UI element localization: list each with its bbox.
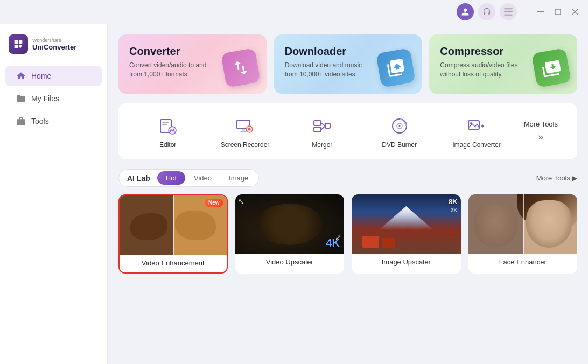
tool-editor[interactable]: Editor bbox=[129, 112, 206, 151]
new-badge: New bbox=[205, 199, 223, 207]
sidebar-item-tools[interactable]: Tools bbox=[5, 111, 102, 131]
menu-icon[interactable] bbox=[500, 3, 517, 20]
ai-lab-label: AI Lab bbox=[121, 172, 157, 185]
svg-rect-3 bbox=[537, 11, 544, 12]
sidebar-item-myfiles[interactable]: My Files bbox=[5, 88, 102, 109]
more-tools-link[interactable]: More Tools ▶ bbox=[536, 174, 577, 182]
tool-screen-recorder-label: Screen Recorder bbox=[221, 141, 270, 149]
svg-rect-15 bbox=[242, 129, 245, 131]
screen-recorder-icon bbox=[233, 114, 257, 138]
tool-editor-label: Editor bbox=[159, 141, 176, 149]
sidebar: Wondershare UniConverter Home My Files T… bbox=[0, 24, 108, 364]
svg-rect-23 bbox=[325, 123, 330, 128]
4k-badge: 4K bbox=[326, 237, 340, 249]
logo-text: Wondershare UniConverter bbox=[32, 38, 76, 51]
logo-brand: Wondershare bbox=[32, 38, 76, 43]
sidebar-item-label-home: Home bbox=[31, 72, 51, 80]
svg-rect-19 bbox=[314, 121, 321, 125]
dvd-burner-icon bbox=[388, 114, 411, 138]
svg-rect-2 bbox=[504, 15, 513, 16]
tool-card-video-enhancement[interactable]: New Video Enhancement bbox=[118, 194, 228, 274]
svg-point-26 bbox=[398, 125, 400, 127]
tool-image-converter[interactable]: Image Converter bbox=[438, 112, 515, 151]
headset-icon[interactable] bbox=[478, 3, 495, 20]
svg-rect-1 bbox=[504, 11, 513, 12]
tools-icon bbox=[16, 116, 26, 126]
sidebar-item-label-myfiles: My Files bbox=[31, 94, 59, 103]
editor-icon bbox=[156, 114, 180, 138]
svg-point-18 bbox=[248, 128, 250, 131]
downloader-desc: Download video and music from 10,000+ vi… bbox=[285, 61, 371, 79]
tool-image-converter-label: Image Converter bbox=[452, 141, 500, 149]
sidebar-item-home[interactable]: Home bbox=[5, 66, 102, 86]
tool-dvd-burner-label: DVD Burner bbox=[382, 141, 417, 149]
more-tools-label: More Tools bbox=[524, 120, 558, 128]
tool-dvd-burner[interactable]: DVD Burner bbox=[361, 112, 438, 151]
more-tools-link-label: More Tools bbox=[536, 174, 570, 182]
image-upscaler-label: Image Upscaler bbox=[352, 254, 461, 271]
title-bar bbox=[0, 0, 588, 24]
more-tools-chevron-icon: » bbox=[538, 131, 543, 143]
2k-badge: 2K bbox=[451, 207, 458, 213]
video-enhancement-thumbnail: New bbox=[120, 195, 227, 255]
divider-line bbox=[173, 195, 174, 255]
video-upscaler-label: Video Upscaler bbox=[235, 254, 345, 271]
tool-card-image-upscaler[interactable]: 8K 2K Image Upscaler bbox=[352, 194, 461, 274]
converter-desc: Convert video/audio to and from 1,000+ f… bbox=[129, 61, 215, 79]
tool-cards: New Video Enhancement ⤡ ⤢ 4K bbox=[118, 194, 577, 274]
svg-line-21 bbox=[321, 123, 325, 126]
maximize-button[interactable] bbox=[551, 5, 564, 18]
merger-icon bbox=[310, 114, 334, 138]
video-upscaler-thumbnail: ⤡ ⤢ 4K bbox=[235, 194, 345, 254]
close-button[interactable] bbox=[569, 5, 582, 18]
compressor-desc: Compress audio/video files without loss … bbox=[440, 61, 526, 79]
hero-card-compressor[interactable]: Compressor Compress audio/video files wi… bbox=[429, 34, 577, 94]
tab-hot[interactable]: Hot bbox=[157, 171, 185, 185]
converter-icon bbox=[223, 51, 261, 88]
svg-line-22 bbox=[321, 126, 325, 130]
more-tools-link-arrow: ▶ bbox=[572, 174, 577, 182]
tool-merger-label: Merger bbox=[312, 141, 332, 149]
ai-lab-header: AI Lab Hot Video Image More Tools ▶ bbox=[118, 169, 577, 187]
main-content: Converter Convert video/audio to and fro… bbox=[108, 24, 588, 364]
svg-rect-20 bbox=[314, 127, 321, 132]
logo: Wondershare UniConverter bbox=[0, 30, 107, 65]
video-enhancement-label: Video Enhancement bbox=[120, 255, 227, 272]
8k-badge: 8K bbox=[449, 198, 458, 206]
svg-rect-8 bbox=[162, 122, 169, 123]
image-converter-icon bbox=[465, 114, 488, 138]
tool-card-video-upscaler[interactable]: ⤡ ⤢ 4K Video Upscaler bbox=[235, 194, 345, 274]
more-tools-button[interactable]: More Tools » bbox=[515, 118, 566, 145]
minimize-button[interactable] bbox=[534, 5, 547, 18]
logo-product: UniConverter bbox=[32, 43, 76, 51]
user-avatar-icon[interactable] bbox=[457, 3, 474, 20]
ai-lab-tabs: AI Lab Hot Video Image bbox=[118, 169, 259, 187]
tool-screen-recorder[interactable]: Screen Recorder bbox=[206, 112, 283, 151]
hero-cards: Converter Convert video/audio to and fro… bbox=[118, 34, 577, 94]
sidebar-item-label-tools: Tools bbox=[31, 117, 49, 125]
expand-tl-icon: ⤡ bbox=[238, 197, 244, 206]
tools-bar: Editor Screen Recorder bbox=[118, 103, 577, 159]
tab-video[interactable]: Video bbox=[185, 171, 220, 185]
face-divider-line bbox=[523, 194, 524, 254]
svg-rect-4 bbox=[555, 9, 561, 15]
compressor-icon bbox=[534, 51, 572, 88]
tool-merger[interactable]: Merger bbox=[284, 112, 361, 151]
hero-card-converter[interactable]: Converter Convert video/audio to and fro… bbox=[118, 34, 267, 94]
svg-rect-0 bbox=[504, 9, 513, 10]
face-enhancer-thumbnail bbox=[468, 194, 578, 254]
tool-card-face-enhancer[interactable]: Face Enhancer bbox=[468, 194, 578, 274]
files-icon bbox=[16, 94, 26, 103]
svg-rect-9 bbox=[162, 124, 167, 125]
logo-icon bbox=[9, 34, 28, 54]
svg-rect-16 bbox=[240, 131, 247, 132]
tab-image[interactable]: Image bbox=[220, 171, 257, 185]
hero-card-downloader[interactable]: Downloader Download video and music from… bbox=[274, 34, 422, 94]
home-icon bbox=[16, 71, 26, 81]
downloader-icon bbox=[379, 51, 416, 88]
image-upscaler-thumbnail: 8K 2K bbox=[352, 194, 461, 254]
face-enhancer-label: Face Enhancer bbox=[468, 254, 578, 271]
